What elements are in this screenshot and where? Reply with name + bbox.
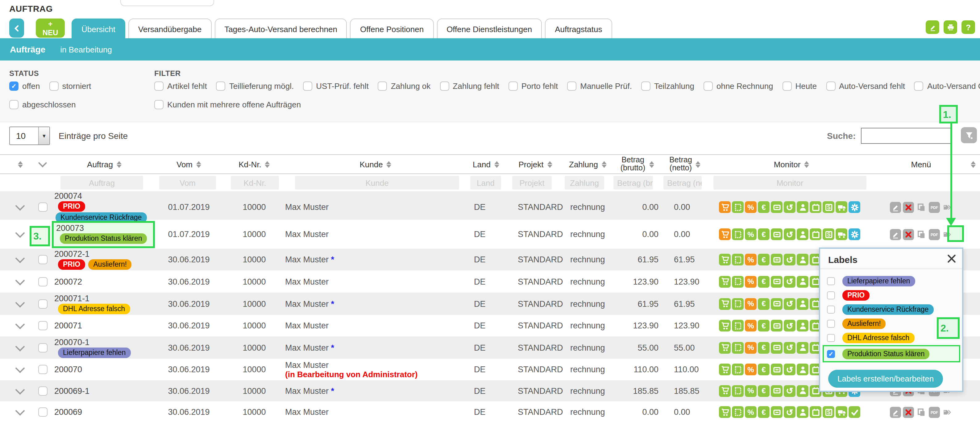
column-filter-input-betragbrutto[interactable]: Betrag (brutto) xyxy=(613,176,653,190)
monitor-card-icon[interactable] xyxy=(771,406,783,418)
order-number[interactable]: 200071-1 xyxy=(54,293,154,303)
sort-icon[interactable] xyxy=(696,161,701,167)
expand-chevron-icon[interactable] xyxy=(15,298,25,307)
monitor-refresh-icon[interactable]: ↺ xyxy=(784,406,795,418)
row-checkbox[interactable] xyxy=(38,203,47,212)
monitor-dollar-icon[interactable]: S xyxy=(822,406,834,418)
print-button[interactable] xyxy=(943,21,957,34)
expand-chevron-icon[interactable] xyxy=(15,254,25,263)
monitor-card-icon[interactable] xyxy=(771,364,783,375)
pdf-button[interactable]: PDF xyxy=(929,201,940,213)
monitor-cart-icon[interactable] xyxy=(719,342,731,353)
sort-icon[interactable] xyxy=(18,161,22,167)
sort-icon[interactable] xyxy=(804,161,809,167)
help-button[interactable]: ? xyxy=(961,21,975,34)
expand-chevron-icon[interactable] xyxy=(15,201,25,210)
copy-order-button[interactable] xyxy=(915,201,927,213)
monitor-cart-icon[interactable] xyxy=(719,201,731,213)
copy-order-button[interactable] xyxy=(915,407,927,418)
filter-artikel-fehlt[interactable]: Artikel fehlt xyxy=(154,81,207,91)
checkbox-icon[interactable] xyxy=(49,81,58,91)
monitor-card-icon[interactable] xyxy=(771,385,783,397)
monitor-stamp-icon[interactable] xyxy=(732,342,744,353)
expand-chevron-icon[interactable] xyxy=(15,406,25,415)
monitor-refresh-icon[interactable]: ↺ xyxy=(784,228,795,240)
checkbox-icon[interactable] xyxy=(703,81,713,91)
column-filter-input-kdnr[interactable]: Kd-Nr. xyxy=(231,176,279,190)
edit-order-button[interactable] xyxy=(889,201,901,213)
order-number[interactable]: 200070-1 xyxy=(54,337,154,347)
filter-zahlung-ok[interactable]: Zahlung ok xyxy=(378,81,431,91)
tab-auftragstatus[interactable]: Auftragstatus xyxy=(545,19,612,39)
edit-order-button[interactable] xyxy=(889,407,901,418)
monitor-cart-icon[interactable] xyxy=(719,320,731,332)
sort-icon[interactable] xyxy=(117,161,122,167)
sort-icon[interactable] xyxy=(196,161,201,167)
monitor-calendar-icon[interactable] xyxy=(810,406,821,418)
column-filter-input-auftrag[interactable]: Auftrag xyxy=(60,176,143,190)
monitor-euro-icon[interactable]: € xyxy=(758,342,770,353)
labels-button[interactable] xyxy=(942,407,953,418)
monitor-person-icon[interactable] xyxy=(797,364,808,375)
pdf-button[interactable]: PDF xyxy=(929,229,940,240)
monitor-person-icon[interactable] xyxy=(797,298,808,309)
search-input[interactable] xyxy=(861,128,952,144)
checkbox-icon[interactable] xyxy=(509,81,518,91)
sort-icon[interactable] xyxy=(649,161,654,167)
monitor-truck-icon[interactable] xyxy=(835,201,847,213)
monitor-refresh-icon[interactable]: ↺ xyxy=(784,254,795,265)
monitor-percent-icon[interactable]: % xyxy=(745,254,757,265)
monitor-check-icon[interactable] xyxy=(848,406,860,418)
monitor-person-icon[interactable] xyxy=(797,201,808,213)
expand-chevron-icon[interactable] xyxy=(15,319,25,329)
tab-versand-bergabe[interactable]: Versandübergabe xyxy=(128,19,212,39)
sort-icon[interactable] xyxy=(494,161,499,167)
monitor-cart-icon[interactable] xyxy=(719,298,731,309)
expand-chevron-icon[interactable] xyxy=(15,341,25,351)
close-icon[interactable] xyxy=(947,254,956,263)
monitor-percent-icon[interactable]: % xyxy=(745,385,757,397)
delete-order-button[interactable] xyxy=(902,229,914,240)
monitor-euro-icon[interactable]: € xyxy=(758,385,770,397)
order-number[interactable]: 200074 xyxy=(54,191,154,201)
label-checkbox[interactable] xyxy=(827,306,835,314)
monitor-percent-icon[interactable]: % xyxy=(745,276,757,287)
monitor-person-icon[interactable] xyxy=(797,385,808,397)
monitor-person-icon[interactable] xyxy=(797,254,808,265)
checkbox-icon[interactable] xyxy=(9,100,19,109)
expand-chevron-icon[interactable] xyxy=(15,228,25,238)
checkbox-icon[interactable] xyxy=(440,81,449,91)
monitor-refresh-icon[interactable]: ↺ xyxy=(784,364,795,375)
checkbox-icon[interactable] xyxy=(378,81,387,91)
checkbox-icon[interactable]: ✓ xyxy=(9,81,19,91)
filter-ust-prüf-fehlt[interactable]: UST-Prüf. fehlt xyxy=(303,81,369,91)
monitor-cart-icon[interactable] xyxy=(719,254,731,265)
column-filter-input-kunde[interactable]: Kunde xyxy=(295,176,459,190)
monitor-refresh-icon[interactable]: ↺ xyxy=(784,385,795,397)
monitor-card-icon[interactable] xyxy=(771,320,783,332)
monitor-card-icon[interactable] xyxy=(771,201,783,213)
order-number[interactable]: 200069 xyxy=(54,407,154,417)
tab-offene-positionen[interactable]: Offene Positionen xyxy=(350,19,434,39)
filter-teillieferung-mögl-[interactable]: Teillieferung mögl. xyxy=(216,81,294,91)
monitor-person-icon[interactable] xyxy=(797,228,808,240)
monitor-card-icon[interactable] xyxy=(771,254,783,265)
checkbox-icon[interactable] xyxy=(641,81,651,91)
filter-teilzahlung[interactable]: Teilzahlung xyxy=(641,81,694,91)
sort-icon[interactable] xyxy=(970,161,975,167)
pdf-button[interactable]: PDF xyxy=(929,407,940,418)
order-number[interactable]: 200071 xyxy=(54,321,154,330)
order-number[interactable]: 200072-1 xyxy=(54,249,154,258)
monitor-euro-icon[interactable]: € xyxy=(758,298,770,309)
monitor-cart-icon[interactable] xyxy=(719,228,731,240)
monitor-stamp-icon[interactable] xyxy=(732,320,744,332)
label-checkbox[interactable] xyxy=(827,277,835,285)
monitor-euro-icon[interactable]: € xyxy=(758,276,770,287)
back-button[interactable] xyxy=(9,19,24,38)
monitor-card-icon[interactable] xyxy=(771,276,783,287)
expand-chevron-icon[interactable] xyxy=(15,275,25,285)
label-checkbox[interactable] xyxy=(827,291,835,300)
copy-order-button[interactable] xyxy=(915,229,927,240)
row-checkbox[interactable] xyxy=(38,343,47,352)
expand-chevron-icon[interactable] xyxy=(15,384,25,394)
